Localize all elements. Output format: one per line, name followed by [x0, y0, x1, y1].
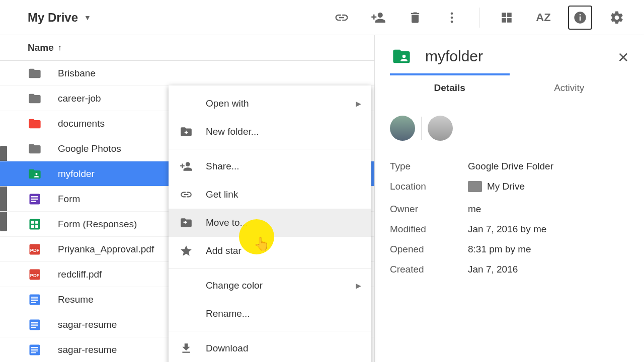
delete-button[interactable]	[403, 6, 427, 30]
file-name: Form	[58, 194, 80, 205]
close-button[interactable]: ✕	[617, 49, 629, 66]
column-header-name[interactable]: Name ↑	[0, 35, 374, 61]
file-name: sagar-resume	[58, 344, 117, 355]
svg-rect-4	[507, 13, 512, 17]
move-icon	[179, 215, 194, 230]
tab-activity[interactable]: Activity	[510, 75, 629, 101]
get-link-button[interactable]	[330, 6, 354, 30]
file-name: redcliff.pdf	[58, 269, 102, 280]
share-icon	[179, 159, 194, 174]
folder-shared-icon	[390, 46, 413, 66]
svg-rect-13	[31, 198, 38, 199]
link-icon	[179, 187, 194, 202]
svg-rect-28	[31, 302, 36, 303]
star-icon	[179, 243, 194, 258]
svg-rect-26	[31, 298, 38, 299]
location-value[interactable]: My Drive	[468, 181, 629, 195]
info-button[interactable]	[568, 6, 592, 30]
svg-rect-38	[31, 348, 38, 349]
type-value: Google Drive Folder	[468, 161, 629, 172]
type-label: Type	[390, 161, 468, 172]
svg-point-41	[403, 55, 406, 58]
settings-button[interactable]	[605, 6, 629, 30]
svg-rect-15	[30, 219, 40, 229]
thumbnail[interactable]	[428, 116, 453, 141]
svg-rect-14	[31, 201, 36, 202]
menu-rename[interactable]: Rename...	[169, 300, 371, 328]
folder-icon	[28, 142, 42, 156]
svg-rect-31	[31, 323, 38, 324]
folder-icon	[28, 117, 42, 131]
file-name: career-job	[58, 93, 101, 104]
svg-rect-30	[31, 322, 38, 323]
svg-rect-39	[31, 350, 38, 351]
svg-rect-33	[31, 327, 36, 328]
svg-rect-36	[30, 344, 40, 355]
svg-text:PDF: PDF	[30, 273, 40, 278]
menu-move-to[interactable]: Move to...	[169, 209, 371, 237]
svg-rect-16	[31, 221, 34, 224]
pdf-icon: PDF	[28, 242, 42, 256]
svg-rect-19	[35, 225, 38, 228]
svg-rect-17	[35, 221, 38, 224]
folder-icon	[28, 92, 42, 106]
doc-icon	[28, 318, 42, 332]
folder-icon	[28, 66, 42, 80]
svg-rect-8	[580, 16, 581, 20]
download-icon	[179, 341, 194, 356]
menu-download[interactable]: Download	[169, 334, 371, 362]
menu-new-folder[interactable]: New folder...	[169, 118, 371, 146]
pdf-icon: PDF	[28, 267, 42, 282]
created-label: Created	[390, 264, 468, 275]
new-folder-icon	[179, 124, 194, 139]
menu-get-link[interactable]: Get link	[169, 180, 371, 209]
menu-share[interactable]: Share...	[169, 152, 371, 180]
svg-rect-43	[185, 132, 188, 133]
sheet-icon	[28, 217, 42, 231]
file-name: Form (Responses)	[58, 219, 137, 230]
doc-icon	[28, 293, 42, 307]
file-row[interactable]: Brisbane	[0, 61, 374, 86]
menu-add-star[interactable]: Add star	[169, 237, 371, 265]
svg-point-10	[35, 172, 37, 174]
svg-rect-9	[580, 14, 581, 15]
column-header-label: Name	[28, 42, 54, 53]
owner-value: me	[468, 204, 629, 215]
chevron-right-icon: ▶	[356, 100, 361, 108]
svg-rect-5	[502, 18, 506, 23]
svg-rect-6	[507, 18, 512, 23]
context-menu: Open with▶ New folder... Share... Get li…	[169, 85, 371, 362]
owner-label: Owner	[390, 204, 468, 215]
breadcrumb[interactable]: My Drive ▼	[28, 11, 91, 25]
svg-rect-24	[30, 294, 40, 305]
file-name: Google Photos	[58, 143, 121, 154]
toolbar-actions: AZ	[330, 6, 629, 30]
more-actions-button[interactable]	[440, 6, 464, 30]
svg-text:PDF: PDF	[30, 247, 40, 252]
chevron-down-icon: ▼	[84, 14, 91, 22]
file-name: documents	[58, 118, 105, 129]
location-label: Location	[390, 181, 468, 195]
sort-button[interactable]: AZ	[531, 6, 555, 30]
svg-rect-25	[31, 297, 38, 298]
menu-open-with[interactable]: Open with▶	[169, 89, 371, 118]
svg-rect-37	[31, 347, 38, 348]
folder-icon	[468, 181, 482, 192]
share-button[interactable]	[366, 6, 390, 30]
svg-rect-32	[31, 325, 38, 326]
opened-label: Opened	[390, 244, 468, 255]
doc-icon	[28, 343, 42, 357]
tab-details[interactable]: Details	[390, 75, 510, 101]
folder-shared-icon	[28, 167, 42, 181]
details-title: myfolder	[425, 48, 483, 65]
breadcrumb-label: My Drive	[28, 11, 78, 25]
svg-rect-27	[31, 300, 38, 301]
grid-view-button[interactable]	[495, 6, 519, 30]
toolbar: My Drive ▼ AZ	[0, 0, 644, 35]
svg-rect-12	[31, 196, 38, 197]
svg-point-0	[451, 12, 453, 15]
thumbnail[interactable]	[390, 116, 415, 141]
sort-ascending-icon: ↑	[58, 43, 62, 52]
file-name: Priyanka_Approval.pdf	[58, 244, 154, 255]
menu-change-color[interactable]: Change color▶	[169, 272, 371, 300]
